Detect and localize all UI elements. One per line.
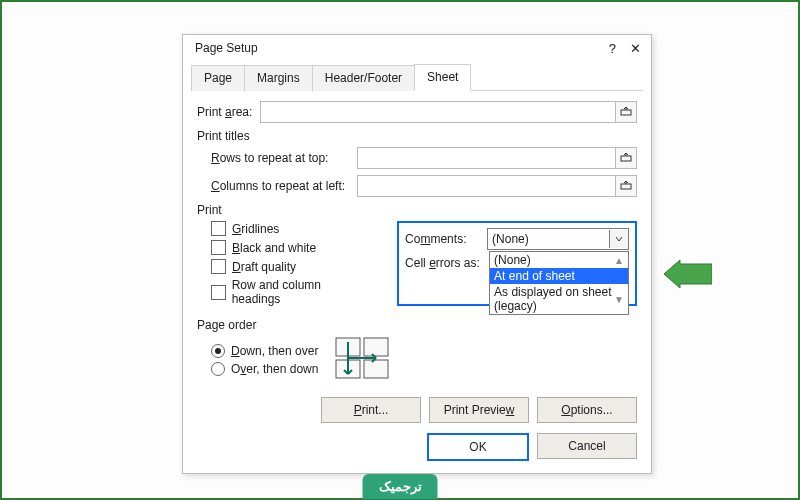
ok-button[interactable]: OK	[427, 433, 529, 461]
rows-repeat-field[interactable]	[358, 148, 615, 168]
print-preview-button[interactable]: Print Preview	[429, 397, 529, 423]
print-area-label: Print area:	[197, 105, 252, 119]
options-button[interactable]: Options...	[537, 397, 637, 423]
chevron-down-icon[interactable]	[609, 230, 628, 248]
option-at-end-of-sheet[interactable]: At end of sheet	[490, 268, 628, 284]
option-none[interactable]: (None) ▲	[490, 252, 628, 268]
black-white-checkbox[interactable]: Black and white	[211, 240, 369, 255]
svg-rect-2	[621, 184, 631, 189]
print-area-field[interactable]	[261, 102, 615, 122]
row-col-headings-checkbox[interactable]: Row and column headings	[211, 278, 369, 306]
cols-repeat-field[interactable]	[358, 176, 615, 196]
comments-select[interactable]: (None)	[487, 228, 629, 250]
tab-sheet[interactable]: Sheet	[414, 64, 471, 91]
comments-cellerrors-panel: Comments: (None) Cell errors as:	[397, 221, 637, 306]
svg-rect-4	[364, 338, 388, 356]
comments-label: Comments:	[405, 232, 483, 246]
down-then-over-radio[interactable]: Down, then over	[211, 344, 318, 358]
print-titles-section: Print titles	[197, 129, 637, 143]
brand-badge: ترجمیک	[363, 474, 438, 499]
checkbox-icon	[211, 285, 226, 300]
rows-repeat-label: Rows to repeat at top:	[211, 151, 349, 165]
titlebar: Page Setup ? ✕	[183, 35, 651, 57]
outer-frame: Page Setup ? ✕ Page Margins Header/Foote…	[0, 0, 800, 500]
tab-margins[interactable]: Margins	[244, 65, 313, 91]
collapse-dialog-icon[interactable]	[615, 148, 636, 168]
draft-quality-checkbox[interactable]: Draft quality	[211, 259, 369, 274]
cols-repeat-input[interactable]	[357, 175, 637, 197]
checkbox-icon	[211, 259, 226, 274]
print-button[interactable]: Print...	[321, 397, 421, 423]
comments-dropdown: (None) ▲ At end of sheet As displayed on…	[489, 251, 629, 315]
page-order-section: Page order	[197, 318, 637, 332]
page-setup-dialog: Page Setup ? ✕ Page Margins Header/Foote…	[182, 34, 652, 474]
help-button[interactable]: ?	[609, 42, 616, 55]
svg-rect-6	[364, 360, 388, 378]
gridlines-checkbox[interactable]: Gridlines	[211, 221, 369, 236]
scroll-up-icon: ▲	[614, 255, 624, 266]
cell-errors-label: Cell errors as:	[405, 256, 483, 270]
collapse-dialog-icon[interactable]	[615, 176, 636, 196]
dialog-title: Page Setup	[195, 41, 258, 55]
scroll-down-icon: ▼	[614, 294, 624, 305]
cancel-button[interactable]: Cancel	[537, 433, 637, 459]
cols-repeat-label: Columns to repeat at left:	[211, 179, 349, 193]
svg-rect-1	[621, 156, 631, 161]
page-order-preview-icon	[334, 336, 390, 383]
option-as-displayed-legacy[interactable]: As displayed on sheet (legacy) ▼	[490, 284, 628, 314]
rows-repeat-input[interactable]	[357, 147, 637, 169]
checkbox-icon	[211, 221, 226, 236]
comments-value: (None)	[488, 232, 609, 246]
collapse-dialog-icon[interactable]	[615, 102, 636, 122]
tab-header-footer[interactable]: Header/Footer	[312, 65, 415, 91]
tab-page[interactable]: Page	[191, 65, 245, 91]
svg-rect-0	[621, 110, 631, 115]
annotation-arrow-icon	[664, 260, 712, 288]
print-area-input[interactable]	[260, 101, 637, 123]
radio-icon	[211, 344, 225, 358]
checkbox-icon	[211, 240, 226, 255]
print-section: Print	[197, 203, 637, 217]
tab-strip: Page Margins Header/Footer Sheet	[191, 63, 643, 91]
over-then-down-radio[interactable]: Over, then down	[211, 362, 318, 376]
radio-icon	[211, 362, 225, 376]
close-button[interactable]: ✕	[630, 42, 641, 55]
